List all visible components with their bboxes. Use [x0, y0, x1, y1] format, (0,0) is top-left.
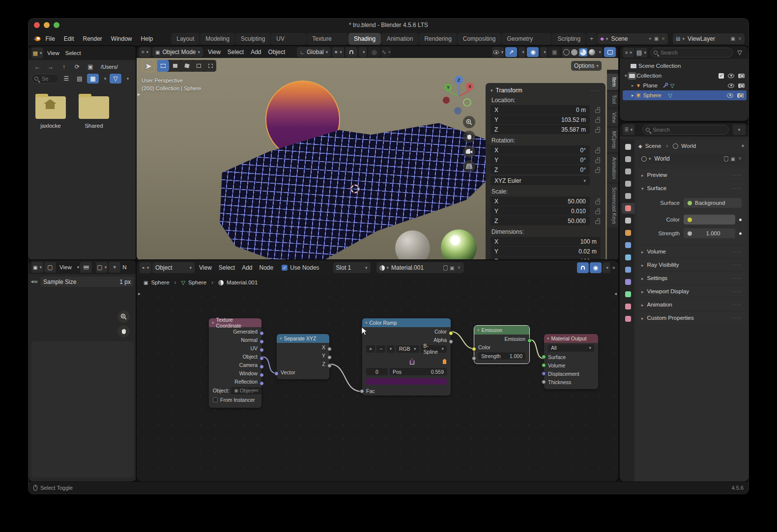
- overlays-dropdown[interactable]: ▾: [540, 47, 547, 57]
- shading-wireframe-button[interactable]: [563, 49, 570, 56]
- workspace-tab[interactable]: Compositing: [458, 33, 501, 45]
- viewport-menu-item[interactable]: Object: [265, 47, 289, 57]
- animate-decorator[interactable]: [739, 232, 742, 235]
- location-field[interactable]: Z35.587 m: [490, 125, 590, 134]
- transform-orientation-dropdown[interactable]: ∟Global▾: [297, 47, 331, 57]
- add-stop-button[interactable]: +: [366, 345, 375, 353]
- filter-button[interactable]: ▽: [110, 74, 121, 84]
- workspace-tab[interactable]: Sculpting: [235, 33, 270, 45]
- workspace-tab[interactable]: Texture Paint: [307, 33, 348, 45]
- toolbar-expand-arrow[interactable]: ▸: [138, 91, 140, 97]
- select-box-button[interactable]: [157, 60, 169, 72]
- socket-uv-output[interactable]: [259, 348, 264, 352]
- socket-alpha-output[interactable]: [449, 339, 453, 344]
- exclude-checkbox[interactable]: ✓: [719, 73, 724, 79]
- surface-panel-header[interactable]: ▾Surface····: [637, 182, 746, 194]
- mode-selector[interactable]: ▣Object Mode▾: [152, 47, 203, 57]
- app-menu-item[interactable]: Edit: [59, 33, 79, 44]
- properties-panel-header[interactable]: ▸Volume····: [637, 246, 746, 257]
- lock-button[interactable]: [590, 208, 601, 214]
- rotation-field[interactable]: Z0°: [490, 165, 590, 174]
- properties-tab[interactable]: [622, 154, 634, 165]
- world-color-swatch[interactable]: [684, 215, 735, 224]
- properties-tab[interactable]: [622, 252, 634, 263]
- gizmo-z-negative[interactable]: [454, 107, 461, 114]
- outliner-row-collection[interactable]: ▾ Collection ✓: [623, 71, 748, 81]
- socket-color-input[interactable]: [472, 347, 476, 351]
- node-texture-coordinate[interactable]: ▾Texture Coordinate GeneratedNormalUVObj…: [209, 318, 261, 408]
- viewport-zoom-button[interactable]: [463, 116, 475, 128]
- shading-solid-button[interactable]: [571, 49, 577, 56]
- lock-button[interactable]: [590, 198, 601, 204]
- disable-render-camera-icon[interactable]: [737, 93, 744, 98]
- sidebar-tab[interactable]: Item: [607, 74, 618, 90]
- color-mode-dropdown[interactable]: RGB▾: [396, 345, 419, 353]
- output-target-dropdown[interactable]: All▾: [548, 344, 594, 352]
- pivot-point-dropdown[interactable]: ⌖▾: [332, 47, 344, 57]
- workspace-tab[interactable]: Layout: [171, 33, 200, 45]
- lock-button[interactable]: [590, 107, 601, 113]
- viewport-menu-item[interactable]: Select: [224, 47, 247, 57]
- new-image-button[interactable]: N: [121, 262, 127, 273]
- sample-size-field[interactable]: Sample Size 1 px: [40, 277, 134, 287]
- eyedropper-icon[interactable]: 🖉: [30, 277, 39, 286]
- sidebar-tab[interactable]: Animation: [607, 154, 618, 182]
- properties-tab[interactable]: [622, 191, 634, 201]
- toggle-xray-button[interactable]: ▣: [548, 47, 560, 57]
- gizmo-x-axis[interactable]: X: [466, 83, 474, 90]
- new-image-plus-button[interactable]: +: [109, 262, 120, 273]
- emission-strength-field[interactable]: Strength1.000: [478, 352, 525, 360]
- scale-field[interactable]: Y0.010: [490, 206, 590, 216]
- sidebar-tab[interactable]: MCprep: [607, 128, 618, 152]
- scale-field[interactable]: Z50.000: [490, 216, 590, 225]
- up-directory-button[interactable]: ↑: [58, 62, 70, 72]
- viewport-pan-button[interactable]: [463, 131, 475, 143]
- lock-button[interactable]: [590, 218, 601, 224]
- select-tweak-button[interactable]: [169, 60, 181, 72]
- workspace-tab[interactable]: Scripting: [552, 33, 586, 45]
- path-field[interactable]: /Users/: [98, 62, 134, 72]
- pan-hand-button[interactable]: [117, 325, 130, 337]
- node-material-output[interactable]: ▾Material Output All▾ Surface Volume Dis…: [544, 334, 598, 389]
- rotation-field[interactable]: Y0°: [490, 155, 590, 165]
- socket-emission-output[interactable]: [527, 338, 532, 343]
- dimension-field[interactable]: Y0.02 m: [490, 247, 601, 256]
- properties-tab[interactable]: [622, 264, 634, 275]
- socket-y-output[interactable]: [327, 355, 332, 360]
- properties-tab[interactable]: [622, 289, 634, 300]
- object-picker-field[interactable]: ▣Objec🖉: [231, 387, 261, 394]
- app-menu-item[interactable]: Render: [79, 33, 107, 44]
- properties-panel-header[interactable]: ▸Viewport Display····: [637, 285, 746, 297]
- outliner-row-scene-collection[interactable]: Scene Collection: [623, 61, 748, 71]
- image-canvas[interactable]: [31, 341, 134, 477]
- gizmo-y-axis[interactable]: Y: [444, 84, 452, 91]
- visibility-dropdown[interactable]: ▾: [492, 47, 504, 57]
- properties-tab[interactable]: [622, 301, 634, 312]
- snapping-dropdown[interactable]: ▾: [359, 47, 367, 57]
- properties-options-dropdown[interactable]: ▾: [733, 124, 746, 135]
- select-lasso-button[interactable]: [193, 60, 204, 72]
- viewport-menu-item[interactable]: View: [204, 47, 224, 57]
- outliner-row-plane[interactable]: ▸ ▼ Plane ▽: [623, 81, 748, 90]
- gray-sphere-preview[interactable]: [395, 230, 430, 260]
- world-datablock-selector[interactable]: ▾ World ▣ ×: [638, 153, 745, 164]
- properties-panel-header[interactable]: ▸Ray Visibility····: [637, 259, 746, 271]
- disable-render-camera-icon[interactable]: [738, 84, 745, 88]
- socket-camera-output[interactable]: [259, 364, 264, 369]
- add-workspace-button[interactable]: +: [586, 33, 597, 45]
- gizmo-z-axis[interactable]: Z: [455, 76, 463, 84]
- hide-eye-icon[interactable]: [728, 74, 734, 78]
- properties-tab[interactable]: [622, 277, 634, 287]
- lock-button[interactable]: [590, 167, 601, 173]
- hamburger-menu-button[interactable]: [80, 262, 92, 273]
- properties-tab[interactable]: [622, 313, 634, 324]
- new-folder-button[interactable]: ▣: [85, 62, 96, 72]
- gizmo-x-negative[interactable]: [442, 96, 450, 104]
- shading-rendered-button[interactable]: [589, 49, 595, 56]
- shading-dropdown[interactable]: ▾: [599, 50, 601, 55]
- pin-icon[interactable]: ⌖: [742, 143, 745, 149]
- viewport-canvas[interactable]: ➤ Options▾ User Perspective (200) Collec…: [137, 58, 618, 260]
- scale-field[interactable]: X50.000: [490, 196, 590, 206]
- file-browser-menu-item[interactable]: Select: [62, 48, 84, 58]
- rotation-field[interactable]: X0°: [490, 145, 590, 155]
